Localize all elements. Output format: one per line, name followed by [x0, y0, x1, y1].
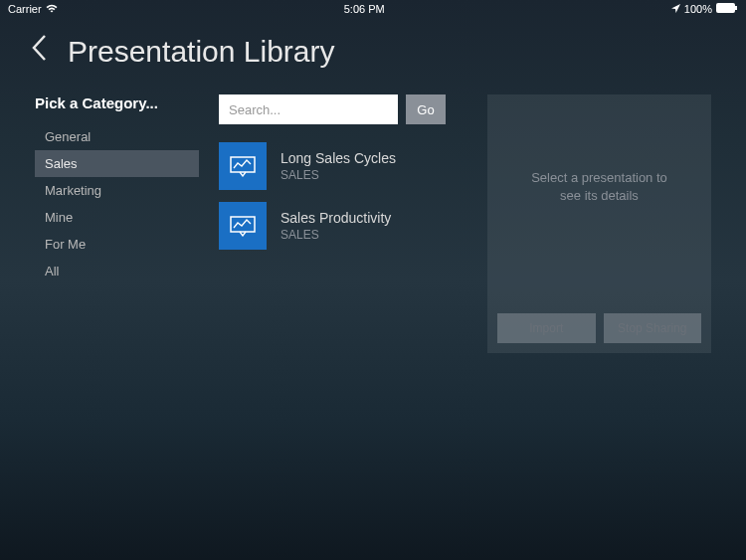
- category-for-me[interactable]: For Me: [35, 231, 199, 258]
- category-mine[interactable]: Mine: [35, 204, 199, 231]
- category-sales[interactable]: Sales: [35, 150, 199, 177]
- presentation-title: Long Sales Cycles: [280, 150, 396, 166]
- category-general[interactable]: General: [35, 123, 199, 150]
- presentation-category: SALES: [280, 228, 391, 242]
- category-sidebar: Pick a Category... General Sales Marketi…: [35, 94, 199, 353]
- wifi-icon: [46, 3, 58, 15]
- carrier-label: Carrier: [8, 3, 42, 15]
- battery-percent: 100%: [684, 3, 712, 15]
- search-input[interactable]: [219, 94, 398, 124]
- presentation-chart-icon: [219, 142, 267, 190]
- presentation-text: Sales Productivity SALES: [280, 210, 391, 242]
- location-icon: [671, 3, 680, 15]
- go-button[interactable]: Go: [406, 94, 446, 124]
- sidebar-title: Pick a Category...: [35, 94, 199, 111]
- back-button[interactable]: [30, 33, 48, 70]
- detail-empty-line2: see its details: [497, 187, 701, 205]
- status-left: Carrier: [8, 3, 58, 15]
- content: Pick a Category... General Sales Marketi…: [0, 94, 746, 353]
- stop-sharing-button[interactable]: Stop Sharing: [604, 313, 702, 343]
- import-button[interactable]: Import: [497, 313, 596, 343]
- detail-empty-message: Select a presentation to see its details: [497, 169, 701, 205]
- status-time: 5:06 PM: [344, 3, 385, 15]
- presentation-chart-icon: [219, 202, 267, 250]
- status-right: 100%: [671, 3, 738, 15]
- detail-empty-line1: Select a presentation to: [497, 169, 701, 187]
- svg-rect-0: [716, 3, 735, 13]
- presentation-item[interactable]: Sales Productivity SALES: [219, 202, 467, 250]
- category-all[interactable]: All: [35, 258, 199, 284]
- presentation-text: Long Sales Cycles SALES: [280, 150, 396, 182]
- search-row: Go: [219, 94, 467, 124]
- detail-panel: Select a presentation to see its details…: [487, 94, 711, 353]
- detail-buttons: Import Stop Sharing: [497, 313, 701, 343]
- presentation-title: Sales Productivity: [280, 210, 391, 226]
- presentation-list: Long Sales Cycles SALES Sales Productivi…: [219, 142, 467, 250]
- svg-rect-1: [735, 6, 737, 10]
- status-bar: Carrier 5:06 PM 100%: [0, 0, 746, 18]
- category-marketing[interactable]: Marketing: [35, 177, 199, 204]
- presentation-item[interactable]: Long Sales Cycles SALES: [219, 142, 467, 190]
- main-column: Go Long Sales Cycles SALES Sales Product…: [219, 94, 467, 353]
- header: Presentation Library: [0, 18, 746, 94]
- presentation-category: SALES: [280, 168, 396, 182]
- battery-icon: [716, 3, 738, 15]
- page-title: Presentation Library: [68, 35, 334, 69]
